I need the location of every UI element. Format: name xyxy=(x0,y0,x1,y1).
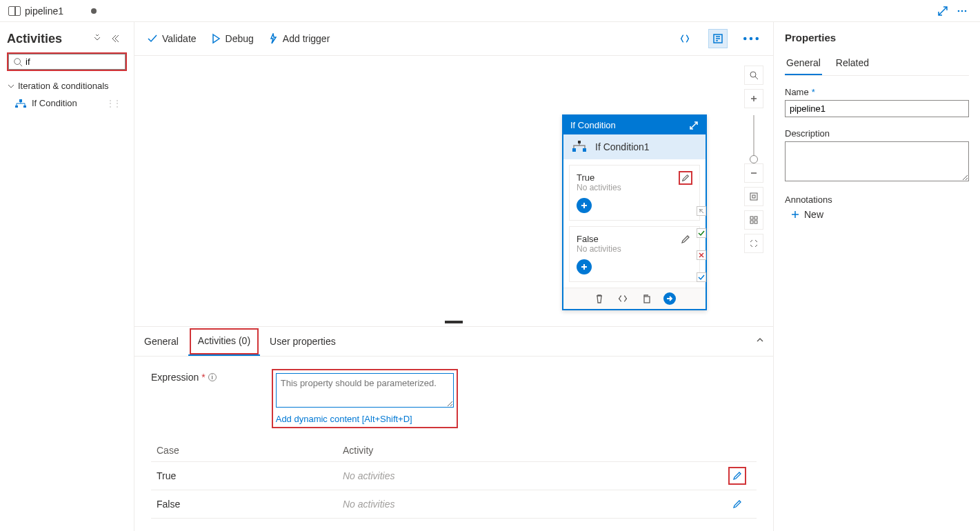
debug-button[interactable]: Debug xyxy=(210,33,254,44)
svg-rect-20 xyxy=(750,221,753,223)
name-input[interactable] xyxy=(785,100,969,117)
false-branch: False No activities xyxy=(569,226,700,282)
svg-rect-14 xyxy=(644,297,650,303)
svg-rect-18 xyxy=(750,217,753,219)
svg-point-9 xyxy=(750,37,753,41)
zoom-slider[interactable] xyxy=(753,115,754,157)
dirty-indicator-icon xyxy=(91,8,97,14)
svg-rect-5 xyxy=(15,106,18,108)
zoom-out-button[interactable] xyxy=(744,163,763,183)
if-condition-node[interactable]: If Condition If Condition1 True No activ… xyxy=(562,114,707,310)
tab-title: pipeline1 xyxy=(25,6,63,17)
case-row: False No activities xyxy=(151,490,757,519)
properties-title: Properties xyxy=(785,32,969,43)
code-node-button[interactable] xyxy=(617,292,629,305)
activities-search[interactable] xyxy=(26,57,121,67)
svg-point-3 xyxy=(14,58,21,64)
connector-success[interactable] xyxy=(697,228,706,238)
tab-user-properties[interactable]: User properties xyxy=(260,328,346,355)
true-branch: True No activities xyxy=(569,165,700,221)
col-header-case: Case xyxy=(157,445,343,456)
connector-skip[interactable] xyxy=(697,206,706,216)
zoom-in-button[interactable] xyxy=(744,89,763,108)
props-tab-general[interactable]: General xyxy=(785,52,822,75)
svg-point-1 xyxy=(961,10,963,12)
svg-rect-6 xyxy=(23,106,26,108)
more-icon[interactable] xyxy=(952,1,972,21)
tab-general[interactable]: General xyxy=(134,328,188,355)
code-view-button[interactable] xyxy=(675,29,694,48)
edit-false-button[interactable] xyxy=(679,232,692,246)
category-iteration[interactable]: Iteration & conditionals xyxy=(0,78,134,94)
if-condition-icon xyxy=(14,99,28,108)
check-icon xyxy=(147,33,158,44)
info-icon[interactable]: i xyxy=(208,373,217,381)
svg-rect-13 xyxy=(583,148,586,152)
svg-rect-16 xyxy=(750,193,757,200)
pipeline-icon xyxy=(8,6,21,16)
copy-node-button[interactable] xyxy=(640,292,652,305)
svg-rect-11 xyxy=(578,141,581,143)
tab-activities[interactable]: Activities (0) xyxy=(188,327,260,356)
svg-point-8 xyxy=(743,37,747,41)
pencil-icon xyxy=(681,173,690,183)
expand-icon[interactable] xyxy=(933,1,952,21)
svg-point-10 xyxy=(755,37,759,41)
pipeline-canvas[interactable]: If Condition If Condition1 True No activ… xyxy=(134,56,773,318)
edit-case-false-button[interactable] xyxy=(730,497,744,511)
connector-completion[interactable] xyxy=(697,272,706,282)
svg-point-2 xyxy=(965,10,967,12)
drag-handle-icon: ⋮⋮ xyxy=(106,99,120,108)
edit-true-button[interactable] xyxy=(679,171,692,185)
svg-rect-19 xyxy=(754,217,757,219)
add-dynamic-content-link[interactable]: Add dynamic content [Alt+Shift+D] xyxy=(276,414,454,424)
edit-case-true-button[interactable] xyxy=(730,469,744,483)
collapse-details-icon[interactable] xyxy=(755,335,765,347)
search-icon xyxy=(13,57,23,67)
pencil-icon xyxy=(732,499,742,509)
svg-rect-17 xyxy=(752,195,755,198)
delete-node-button[interactable] xyxy=(593,292,606,305)
activities-title: Activities xyxy=(7,32,62,46)
fullscreen-button[interactable] xyxy=(744,234,763,253)
more-toolbar-icon[interactable] xyxy=(741,29,761,48)
properties-toggle-button[interactable] xyxy=(708,29,728,48)
if-condition-icon xyxy=(570,140,588,154)
connector-fail[interactable] xyxy=(697,250,706,260)
props-tab-related[interactable]: Related xyxy=(834,52,870,75)
svg-rect-21 xyxy=(754,221,757,223)
trigger-icon xyxy=(268,33,279,44)
panel-resize-handle[interactable] xyxy=(445,321,463,323)
svg-rect-12 xyxy=(572,148,576,152)
svg-point-15 xyxy=(750,72,756,77)
plus-icon xyxy=(790,210,800,219)
play-icon xyxy=(210,33,221,44)
expression-input[interactable] xyxy=(276,373,454,408)
validate-button[interactable]: Validate xyxy=(147,33,197,44)
description-input[interactable] xyxy=(785,141,969,181)
svg-rect-4 xyxy=(19,99,22,102)
activity-item-if-condition[interactable]: If Condition ⋮⋮ xyxy=(0,94,134,112)
new-annotation-button[interactable]: New xyxy=(790,209,969,220)
case-row: True No activities xyxy=(151,462,757,490)
add-true-activity-button[interactable] xyxy=(577,198,592,213)
col-header-activity: Activity xyxy=(343,445,723,456)
node-title: If Condition1 xyxy=(595,141,650,152)
collapse-all-icon[interactable] xyxy=(88,29,108,48)
hide-panel-icon[interactable] xyxy=(108,29,127,48)
go-node-button[interactable] xyxy=(663,292,676,305)
layout-button[interactable] xyxy=(744,210,763,230)
svg-point-0 xyxy=(958,10,960,12)
add-false-activity-button[interactable] xyxy=(577,259,592,274)
chevron-down-icon xyxy=(7,82,15,90)
zoom-fit-button[interactable] xyxy=(744,187,763,206)
expand-node-icon[interactable] xyxy=(689,121,699,130)
pencil-icon xyxy=(681,234,690,244)
add-trigger-button[interactable]: Add trigger xyxy=(268,33,330,44)
pencil-icon xyxy=(732,471,742,481)
expression-label: Expression xyxy=(151,372,199,383)
zoom-search-button[interactable] xyxy=(744,66,763,85)
